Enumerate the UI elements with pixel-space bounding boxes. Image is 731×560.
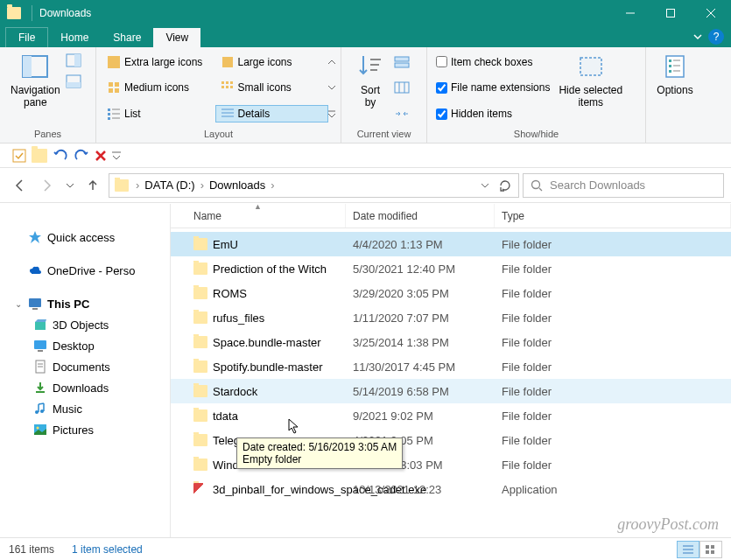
- svg-rect-43: [669, 65, 671, 67]
- qat-customize-icon[interactable]: [112, 150, 121, 162]
- table-row[interactable]: Prediction of the Witch5/30/2021 12:40 P…: [171, 256, 731, 281]
- svg-rect-71: [711, 545, 714, 549]
- svg-rect-25: [221, 86, 224, 88]
- svg-rect-16: [108, 113, 110, 116]
- breadcrumb-chevron-icon[interactable]: ›: [132, 178, 143, 192]
- maximize-button[interactable]: [650, 0, 691, 26]
- address-bar[interactable]: › DATA (D:) › Downloads ›: [109, 173, 519, 198]
- table-row[interactable]: 3d_pinball_for_windows_space_cadet.exe10…: [171, 477, 731, 501]
- hide-selected-button[interactable]: Hide selected items: [553, 49, 628, 127]
- view-list[interactable]: List: [102, 105, 215, 122]
- table-row[interactable]: EmU4/4/2020 1:13 PMFile folder: [171, 232, 731, 256]
- breadcrumb-drive[interactable]: DATA (D:): [144, 178, 194, 192]
- tab-view[interactable]: View: [153, 28, 200, 47]
- svg-rect-13: [109, 88, 113, 93]
- col-date[interactable]: Date modified: [346, 204, 495, 228]
- tree-this-pc[interactable]: ⌄This PC: [14, 293, 170, 314]
- table-row[interactable]: Spotify.bundle-master11/30/2017 4:45 PMF…: [171, 354, 731, 379]
- layout-more-icon[interactable]: [328, 110, 335, 117]
- qat-undo-icon[interactable]: [53, 149, 68, 163]
- tab-share[interactable]: Share: [101, 28, 153, 47]
- svg-rect-44: [669, 70, 671, 73]
- details-pane-icon[interactable]: [66, 74, 81, 89]
- table-row[interactable]: ROMS3/29/2020 3:05 PMFile folder: [171, 281, 731, 305]
- tree-item[interactable]: Downloads: [33, 377, 170, 398]
- table-row[interactable]: tdata9/2021 9:02 PMFile folder: [171, 403, 731, 428]
- minimize-button[interactable]: [610, 0, 650, 26]
- preview-pane-icon[interactable]: [66, 52, 81, 68]
- view-icons-toggle[interactable]: [699, 541, 722, 558]
- layout-scroll-down-icon[interactable]: [328, 84, 335, 91]
- view-medium-icons[interactable]: Medium icons: [102, 79, 215, 96]
- svg-rect-54: [29, 298, 41, 307]
- folder-icon: [193, 238, 207, 250]
- svg-rect-58: [38, 350, 43, 352]
- tree-item[interactable]: Desktop: [33, 335, 170, 356]
- svg-rect-42: [669, 60, 671, 62]
- status-count: 161 items: [9, 543, 54, 556]
- search-box[interactable]: Search Downloads: [523, 173, 724, 198]
- view-extra-large-icons[interactable]: Extra large icons: [102, 53, 215, 71]
- navigation-pane-button[interactable]: Navigation pane: [5, 49, 66, 127]
- close-button[interactable]: [691, 0, 731, 26]
- breadcrumb-folder[interactable]: Downloads: [209, 178, 265, 192]
- view-large-icons[interactable]: Large icons: [215, 53, 329, 71]
- folder-icon: [193, 312, 207, 324]
- options-button[interactable]: Options: [651, 49, 699, 127]
- ribbon-expand-icon[interactable]: [692, 32, 703, 42]
- svg-point-66: [37, 427, 39, 430]
- view-small-icons[interactable]: Small icons: [215, 79, 329, 96]
- qat-properties-icon[interactable]: [12, 149, 26, 163]
- view-details-toggle[interactable]: [677, 541, 699, 558]
- size-columns-icon[interactable]: [394, 108, 410, 120]
- tab-home[interactable]: Home: [48, 28, 101, 47]
- qat-delete-icon[interactable]: [95, 150, 107, 162]
- svg-rect-36: [395, 63, 409, 67]
- titlebar: Downloads: [0, 0, 731, 26]
- svg-rect-10: [108, 56, 120, 68]
- search-placeholder: Search Downloads: [550, 178, 645, 192]
- tree-onedrive[interactable]: OneDrive - Perso: [14, 260, 170, 281]
- svg-rect-17: [108, 117, 110, 120]
- tree-item[interactable]: Documents: [33, 356, 170, 377]
- svg-rect-40: [580, 58, 601, 75]
- col-type[interactable]: Type: [495, 204, 731, 228]
- qat-redo-icon[interactable]: [74, 149, 89, 163]
- tree-item[interactable]: Pictures: [33, 419, 170, 440]
- hidden-items-toggle[interactable]: Hidden items: [432, 106, 553, 122]
- svg-rect-26: [226, 86, 228, 88]
- navbar: › DATA (D:) › Downloads › Search Downloa…: [0, 168, 731, 203]
- tree-quick-access[interactable]: Quick access: [14, 227, 170, 248]
- sort-by-button[interactable]: Sort by: [347, 49, 394, 127]
- address-dropdown-icon[interactable]: [480, 180, 490, 191]
- breadcrumb-chevron-icon[interactable]: ›: [197, 178, 207, 192]
- svg-rect-11: [109, 82, 113, 87]
- table-row[interactable]: Space.bundle-master3/25/2014 1:38 PMFile…: [171, 330, 731, 354]
- col-name[interactable]: Name▲: [171, 204, 346, 228]
- svg-rect-57: [34, 340, 46, 349]
- folder-icon: [193, 385, 207, 397]
- recent-locations-button[interactable]: [63, 173, 77, 198]
- add-columns-icon[interactable]: [394, 81, 410, 94]
- group-by-icon[interactable]: [394, 56, 410, 68]
- refresh-button[interactable]: [497, 178, 515, 192]
- tree-item[interactable]: 3D Objects: [33, 314, 170, 335]
- folder-icon: [193, 262, 207, 275]
- table-row[interactable]: Stardock5/14/2019 6:58 PMFile folder: [171, 379, 731, 403]
- forward-button[interactable]: [35, 173, 60, 198]
- svg-rect-35: [395, 57, 409, 61]
- qat-new-folder-icon[interactable]: [32, 149, 47, 163]
- table-row[interactable]: rufus_files1/11/2020 7:07 PMFile folder: [171, 305, 731, 330]
- view-details[interactable]: Details: [215, 105, 329, 122]
- svg-point-64: [40, 410, 44, 413]
- back-button[interactable]: [7, 173, 32, 198]
- tree-item[interactable]: Music: [33, 398, 170, 419]
- tab-file[interactable]: File: [5, 27, 48, 47]
- item-check-boxes-toggle[interactable]: Item check boxes: [432, 54, 553, 70]
- up-button[interactable]: [81, 173, 105, 198]
- help-button[interactable]: ?: [708, 29, 724, 45]
- svg-rect-72: [706, 550, 709, 554]
- layout-scroll-up-icon[interactable]: [328, 59, 335, 66]
- breadcrumb-chevron-icon[interactable]: ›: [267, 178, 278, 192]
- file-extensions-toggle[interactable]: File name extensions: [432, 80, 553, 95]
